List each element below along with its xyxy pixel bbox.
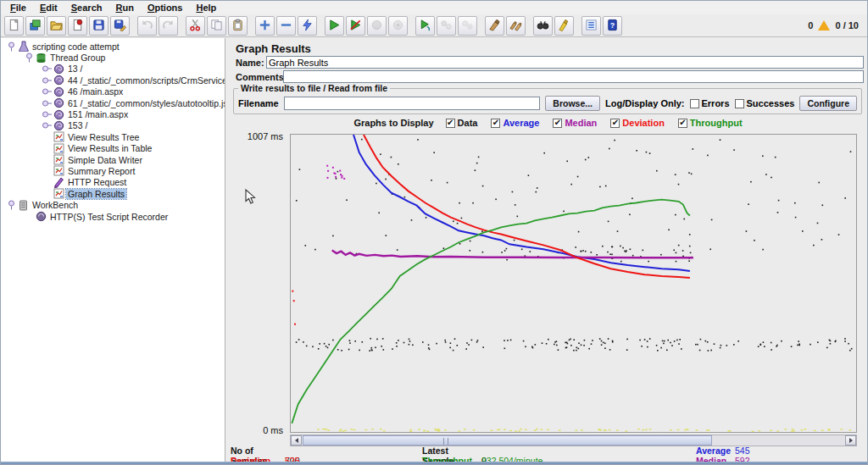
search-reset-button[interactable] bbox=[554, 16, 574, 36]
throughput-graph-checkbox[interactable]: ✔Throughput bbox=[678, 118, 743, 128]
scrollbar-thumb[interactable] bbox=[303, 435, 712, 446]
median-checkbox-box[interactable]: ✔ bbox=[553, 119, 562, 128]
remote-start-button[interactable] bbox=[415, 16, 435, 36]
average-checkbox-box[interactable]: ✔ bbox=[491, 119, 500, 128]
search-button[interactable] bbox=[533, 16, 553, 36]
expand-icon bbox=[259, 19, 271, 33]
tree-item-label: 151 /main.aspx bbox=[66, 109, 130, 119]
menu-file[interactable]: File bbox=[4, 2, 32, 14]
filename-input[interactable] bbox=[284, 97, 541, 110]
median-graph-checkbox[interactable]: ✔Median bbox=[553, 118, 597, 128]
menu-options[interactable]: Options bbox=[142, 2, 189, 14]
save-icon bbox=[92, 19, 105, 33]
paste-icon bbox=[231, 19, 244, 33]
tree-item-13[interactable]: 13 / bbox=[1, 64, 225, 75]
errors-checkbox-box[interactable] bbox=[690, 99, 699, 108]
configure-button[interactable]: Configure bbox=[799, 96, 857, 111]
scroll-right-arrow[interactable] bbox=[845, 435, 856, 446]
tree-collapsed-handle[interactable] bbox=[42, 120, 53, 130]
tree-item-151-main-aspx[interactable]: 151 /main.aspx bbox=[1, 108, 225, 119]
cut-button[interactable] bbox=[186, 16, 205, 36]
tree-item-label: 13 / bbox=[66, 64, 85, 74]
data-graph-checkbox[interactable]: ✔Data bbox=[446, 118, 478, 128]
menu-help[interactable]: Help bbox=[190, 2, 222, 14]
close-icon bbox=[71, 19, 84, 33]
tree-item-thread-group[interactable]: Thread Group bbox=[1, 52, 225, 63]
warning-icon[interactable] bbox=[818, 20, 830, 30]
stat-latest-sample: Latest Sample0 bbox=[422, 446, 696, 456]
redo-button bbox=[159, 16, 178, 36]
tree-item-label: Graph Results bbox=[66, 189, 126, 199]
tree-item-graph-results[interactable]: Graph Results bbox=[1, 188, 225, 199]
close-button[interactable] bbox=[68, 16, 87, 36]
tree-item-44-static-common-scripts-crmserviceproxy-js[interactable]: 44 /_static/_common/scripts/CrmServicePr… bbox=[1, 75, 225, 86]
tree-expanded-handle[interactable] bbox=[6, 42, 17, 52]
tree-expanded-handle[interactable] bbox=[24, 53, 35, 63]
tree-item-46-main-aspx[interactable]: 46 /main.aspx bbox=[1, 86, 225, 97]
data-checkbox-box[interactable]: ✔ bbox=[446, 119, 455, 128]
sampler-icon bbox=[53, 109, 64, 120]
stat-average: Average545 bbox=[696, 446, 866, 456]
stop-icon bbox=[370, 19, 383, 33]
menu-search[interactable]: Search bbox=[65, 2, 108, 14]
scroll-left-arrow[interactable] bbox=[291, 435, 302, 446]
tree-item-153[interactable]: 153 / bbox=[1, 120, 225, 131]
tree-item-label: scripting code attempt bbox=[31, 42, 121, 52]
start-icon bbox=[328, 19, 341, 33]
tree-item-scripting-code-attempt[interactable]: scripting code attempt bbox=[1, 41, 225, 52]
menu-run[interactable]: Run bbox=[109, 2, 139, 14]
toggle-button[interactable] bbox=[298, 16, 317, 36]
start-button[interactable] bbox=[325, 16, 344, 36]
tree-item-http-request[interactable]: HTTP Request bbox=[1, 177, 225, 188]
tree-item-label: View Results Tree bbox=[66, 132, 141, 142]
name-input[interactable] bbox=[266, 56, 864, 69]
errors-checkbox[interactable]: Errors bbox=[690, 98, 730, 108]
tree-item-simple-data-writer[interactable]: Simple Data Writer bbox=[1, 154, 225, 165]
tree-item-view-results-in-table[interactable]: View Results in Table bbox=[1, 143, 225, 154]
expand-button[interactable] bbox=[255, 16, 275, 36]
start-no-timers-button[interactable] bbox=[346, 16, 365, 36]
graph-plot-area bbox=[290, 134, 857, 433]
save-as-button[interactable] bbox=[110, 16, 130, 36]
clear-all-button[interactable] bbox=[506, 16, 526, 36]
tree-collapsed-handle[interactable] bbox=[42, 64, 53, 74]
successes-checkbox-box[interactable] bbox=[735, 99, 744, 108]
open-button[interactable] bbox=[47, 16, 66, 36]
tree-collapsed-handle[interactable] bbox=[42, 109, 53, 119]
save-button[interactable] bbox=[89, 16, 108, 36]
browse-button[interactable]: Browse... bbox=[545, 96, 600, 111]
throughput-checkbox-box[interactable]: ✔ bbox=[678, 119, 687, 128]
tree-item-61-static-common-styles-autotooltip-js[interactable]: 61 /_static/_common/styles/autotooltip.j… bbox=[1, 97, 225, 108]
menu-edit[interactable]: Edit bbox=[34, 2, 64, 14]
save-as-icon bbox=[114, 19, 126, 33]
function-helper-icon bbox=[585, 19, 598, 33]
deviation-checkbox-box[interactable]: ✔ bbox=[610, 119, 620, 128]
help-button[interactable]: ? bbox=[603, 16, 622, 36]
tree-expanded-handle[interactable] bbox=[6, 200, 17, 210]
svg-text:?: ? bbox=[610, 20, 615, 29]
tree-item-workbench[interactable]: WorkBench bbox=[1, 199, 225, 210]
collapse-button[interactable] bbox=[276, 16, 296, 36]
new-icon bbox=[8, 19, 20, 33]
paste-button[interactable] bbox=[228, 16, 248, 36]
function-helper-button[interactable] bbox=[581, 16, 601, 36]
new-button[interactable] bbox=[4, 16, 24, 36]
tree-collapsed-handle[interactable] bbox=[42, 98, 53, 108]
templates-button[interactable] bbox=[25, 16, 45, 36]
successes-checkbox[interactable]: Successes bbox=[735, 98, 795, 108]
tree-collapsed-handle[interactable] bbox=[42, 86, 53, 97]
graph-horizontal-scrollbar[interactable] bbox=[290, 435, 857, 446]
tree-item-view-results-tree[interactable]: View Results Tree bbox=[1, 131, 225, 142]
deviation-graph-checkbox[interactable]: ✔Deviation bbox=[610, 118, 665, 128]
clear-button[interactable] bbox=[485, 16, 504, 36]
copy-button[interactable] bbox=[207, 16, 226, 36]
tree-collapsed-handle[interactable] bbox=[42, 75, 53, 86]
tree-item-http-s-test-script-recorder[interactable]: HTTP(S) Test Script Recorder bbox=[1, 211, 225, 222]
scrollbar-track[interactable] bbox=[302, 435, 845, 446]
comments-input[interactable] bbox=[283, 70, 864, 83]
series-median bbox=[332, 251, 693, 258]
tree-item-summary-report[interactable]: Summary Report bbox=[1, 165, 225, 176]
filename-label: Filename bbox=[238, 98, 279, 108]
average-graph-checkbox[interactable]: ✔Average bbox=[491, 118, 539, 128]
recorder-icon bbox=[35, 211, 47, 222]
